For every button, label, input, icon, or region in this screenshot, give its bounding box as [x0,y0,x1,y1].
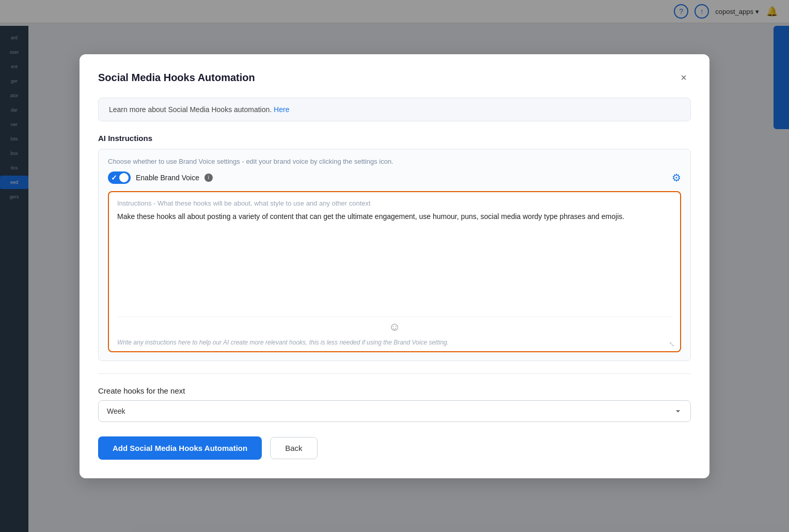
gear-icon[interactable]: ⚙ [672,171,681,184]
modal-overlay: Social Media Hooks Automation × Learn mo… [0,0,789,532]
back-button[interactable]: Back [270,437,317,459]
section-divider [98,373,691,374]
instructions-box: Instructions - What these hooks will be … [108,191,681,352]
create-hooks-label: Create hooks for the next [98,386,691,395]
modal-dialog: Social Media Hooks Automation × Learn mo… [80,54,709,478]
brand-voice-row: ✓ Enable Brand Voice i ⚙ [108,171,681,184]
modal-title: Social Media Hooks Automation [98,72,255,84]
ai-instructions-label: AI Instructions [98,134,691,143]
brand-voice-info-icon[interactable]: i [204,174,213,182]
resize-handle-icon: ⤡ [669,340,675,348]
brand-voice-label: Enable Brand Voice [136,174,199,182]
brand-voice-toggle[interactable]: ✓ [108,171,131,184]
emoji-icon[interactable]: ☺ [389,320,400,334]
create-hooks-select[interactable]: Week Day Month 3 Months [98,400,691,422]
instructions-placeholder: Instructions - What these hooks will be … [117,199,672,207]
brand-voice-hint: Choose whether to use Brand Voice settin… [108,158,681,165]
ai-instructions-container: Choose whether to use Brand Voice settin… [98,149,691,361]
info-banner: Learn more about Social Media Hooks auto… [98,98,691,121]
add-automation-button[interactable]: Add Social Media Hooks Automation [98,436,262,460]
instructions-textarea[interactable] [117,211,672,315]
modal-footer: Add Social Media Hooks Automation Back [98,436,691,460]
info-banner-text: Learn more about Social Media Hooks auto… [109,105,272,114]
close-button[interactable]: × [676,71,691,85]
textarea-footer: ☺ [117,317,672,335]
instructions-hint: Write any instructions here to help our … [117,339,672,346]
info-banner-link[interactable]: Here [274,105,289,114]
brand-voice-left: ✓ Enable Brand Voice i [108,171,213,184]
modal-header: Social Media Hooks Automation × [98,71,691,85]
